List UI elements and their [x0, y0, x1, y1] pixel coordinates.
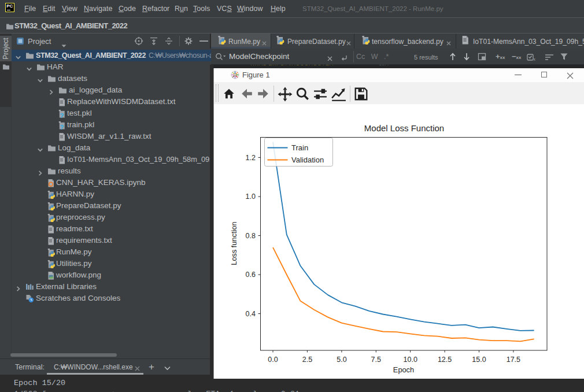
svg-text:0.6: 0.6 — [246, 271, 256, 279]
svg-text:Validation: Validation — [291, 156, 324, 164]
svg-text:1.0: 1.0 — [246, 193, 256, 201]
svg-text:Train: Train — [291, 143, 308, 152]
svg-text:?: ? — [60, 112, 64, 118]
svg-text:15.0: 15.0 — [472, 356, 486, 364]
svg-text:5.0: 5.0 — [337, 356, 346, 364]
svg-text:2.5: 2.5 — [302, 356, 312, 364]
svg-text:?: ? — [60, 124, 64, 130]
svg-text:Loss function: Loss function — [230, 221, 238, 265]
svg-text:x: x — [534, 57, 536, 61]
svg-text:12.5: 12.5 — [438, 356, 452, 364]
svg-text:7.5: 7.5 — [371, 356, 381, 364]
svg-text:10.0: 10.0 — [404, 356, 417, 364]
svg-text:0.4: 0.4 — [246, 310, 256, 318]
svg-text:0.8: 0.8 — [246, 232, 256, 240]
svg-text:0.0: 0.0 — [268, 356, 278, 364]
svg-text:17.5: 17.5 — [507, 356, 520, 364]
svg-text:Epoch: Epoch — [393, 365, 414, 374]
svg-text:1.2: 1.2 — [246, 154, 256, 162]
svg-text:Model Loss Function: Model Loss Function — [364, 123, 444, 133]
